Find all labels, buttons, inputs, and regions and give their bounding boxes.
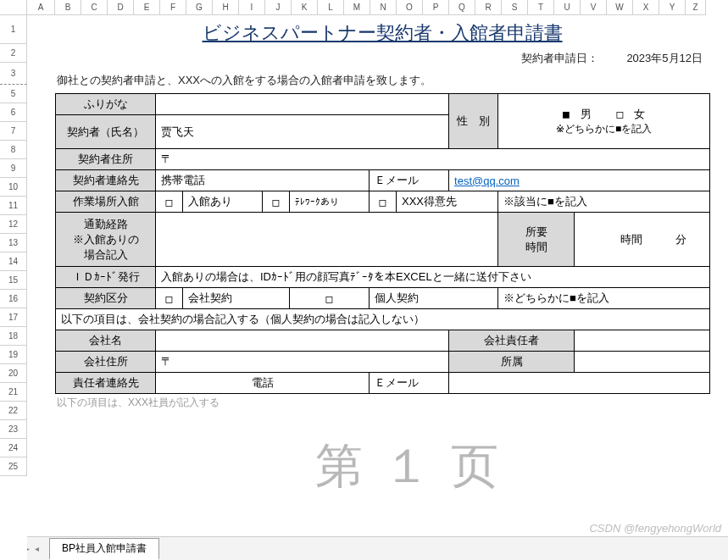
lbl-sekininsha-contact: 責任者連絡先 xyxy=(56,373,156,394)
row-5[interactable]: 5 xyxy=(0,85,27,103)
col-D[interactable]: D xyxy=(108,0,134,15)
row-11[interactable]: 11 xyxy=(0,197,27,215)
col-P[interactable]: P xyxy=(423,0,449,15)
val-tel[interactable]: 電話 xyxy=(156,373,370,394)
val-seibetsu[interactable]: ■ 男 □ 女 ※どちらかに■を記入 xyxy=(498,94,710,149)
cb-kaisha-icon[interactable]: □ xyxy=(156,288,183,309)
row-1[interactable]: 1 xyxy=(0,15,27,44)
row-9[interactable]: 9 xyxy=(0,159,27,178)
val-email[interactable]: test@qq.com xyxy=(449,170,710,191)
row-22[interactable]: 22 xyxy=(0,402,27,420)
row-16[interactable]: 16 xyxy=(0,290,27,308)
col-E[interactable]: E xyxy=(134,0,160,15)
val-shoyo[interactable]: 時間 分 xyxy=(575,213,710,267)
row-6[interactable]: 6 xyxy=(0,103,27,122)
lbl-kaisha: 会社契約 xyxy=(183,288,290,309)
page-watermark: 第１页 xyxy=(315,435,519,499)
worksite-note: ※該当に■を記入 xyxy=(498,191,710,213)
row-18[interactable]: 18 xyxy=(0,327,27,346)
row-2[interactable]: 2 xyxy=(0,44,27,63)
app-date-label: 契約者申請日： xyxy=(521,52,598,64)
sheet-tab[interactable]: BP社員入館申請書 xyxy=(49,538,159,560)
val-company-sekininsha[interactable] xyxy=(575,330,710,352)
row-23[interactable]: 23 xyxy=(0,420,27,439)
col-S[interactable]: S xyxy=(502,0,528,15)
nav-prev-icon[interactable]: ◂ xyxy=(35,544,39,553)
col-K[interactable]: K xyxy=(292,0,318,15)
lbl-company-sekininsha: 会社責任者 xyxy=(449,330,575,352)
col-X[interactable]: X xyxy=(633,0,659,15)
lbl-email: Ｅメール xyxy=(370,170,449,191)
email-link[interactable]: test@qq.com xyxy=(454,175,520,187)
row-14[interactable]: 14 xyxy=(0,252,27,271)
row-25[interactable]: 25 xyxy=(0,457,27,476)
bottom-cut-text: 以下の項目は、XXX社員が記入する xyxy=(55,394,709,410)
col-F[interactable]: F xyxy=(160,0,186,15)
lbl-email2: Ｅメール xyxy=(370,373,449,394)
lbl-kojin: 個人契約 xyxy=(370,288,498,309)
row-3[interactable]: 3 xyxy=(0,63,27,85)
tab-nav-arrows[interactable]: ▸ ◂ xyxy=(25,544,39,553)
row-21[interactable]: 21 xyxy=(0,383,27,402)
lbl-address: 契約者住所 xyxy=(56,149,156,170)
row-headers: 1235678910111213141516171819202122232425 xyxy=(0,15,27,560)
val-company-name[interactable] xyxy=(156,330,449,352)
intro-text: 御社との契約者申請と、XXXへの入館をする場合の入館者申請を致します。 xyxy=(55,69,709,93)
col-O[interactable]: O xyxy=(397,0,423,15)
sheet-tab-bar: ▸ ◂ BP社員入館申請書 xyxy=(0,536,728,560)
lbl-name: 契約者（氏名） xyxy=(56,115,156,149)
lbl-kubun: 契約区分 xyxy=(56,288,156,309)
col-Y[interactable]: Y xyxy=(659,0,686,15)
row-19[interactable]: 19 xyxy=(0,346,27,364)
col-I[interactable]: I xyxy=(239,0,265,15)
val-mobile[interactable]: 携帯電話 xyxy=(156,170,370,191)
seibetsu-note: ※どちらかに■を記入 xyxy=(556,123,652,135)
row-17[interactable]: 17 xyxy=(0,308,27,327)
spreadsheet-grid[interactable]: ビジネスパートナー契約者・入館者申請書 契約者申請日： 2023年5月12日 御… xyxy=(27,15,728,536)
cb-kojin-icon[interactable]: □ xyxy=(290,288,370,309)
col-G[interactable]: G xyxy=(186,0,213,15)
col-B[interactable]: B xyxy=(55,0,81,15)
row-20[interactable]: 20 xyxy=(0,364,27,383)
col-Q[interactable]: Q xyxy=(449,0,475,15)
col-R[interactable]: R xyxy=(475,0,502,15)
row-24[interactable]: 24 xyxy=(0,439,27,457)
col-A[interactable]: A xyxy=(27,0,55,15)
col-Z[interactable]: Z xyxy=(686,0,706,15)
col-J[interactable]: J xyxy=(265,0,292,15)
row-7[interactable]: 7 xyxy=(0,122,27,141)
row-15[interactable]: 15 xyxy=(0,271,27,290)
section-note: 以下の項目は、会社契約の場合記入する（個人契約の場合は記入しない） xyxy=(56,309,710,330)
select-all-corner[interactable] xyxy=(0,0,27,15)
lbl-nyukan: 入館あり xyxy=(183,191,263,213)
col-C[interactable]: C xyxy=(81,0,108,15)
val-address[interactable]: 〒 xyxy=(156,149,710,170)
col-W[interactable]: W xyxy=(607,0,633,15)
val-shozoku[interactable] xyxy=(575,352,710,373)
col-H[interactable]: H xyxy=(213,0,239,15)
col-T[interactable]: T xyxy=(528,0,554,15)
form-table: ふりがな 性 別 ■ 男 □ 女 ※どちらかに■を記入 契約者（氏名） 贾飞天 … xyxy=(55,93,710,394)
val-email2[interactable] xyxy=(449,373,710,394)
val-company-address[interactable]: 〒 xyxy=(156,352,449,373)
val-furigana[interactable] xyxy=(156,94,449,115)
col-V[interactable]: V xyxy=(581,0,607,15)
col-M[interactable]: M xyxy=(344,0,370,15)
val-commute[interactable] xyxy=(156,213,498,267)
checkbox-male-icon: ■ xyxy=(563,108,570,120)
col-U[interactable]: U xyxy=(554,0,581,15)
idcard-note: 入館ありの場合は、IDｶｰﾄﾞ用の顔写真ﾃﾞｰﾀを本EXCELと一緒に送付下さい xyxy=(156,267,710,288)
cb-nyukan-icon[interactable]: □ xyxy=(156,191,183,213)
row-12[interactable]: 12 xyxy=(0,215,27,234)
cb-telework-icon[interactable]: □ xyxy=(263,191,290,213)
row-8[interactable]: 8 xyxy=(0,141,27,159)
col-L[interactable]: L xyxy=(318,0,344,15)
row-13[interactable]: 13 xyxy=(0,234,27,252)
lbl-shoyo: 所要時間 xyxy=(498,213,575,267)
row-10[interactable]: 10 xyxy=(0,178,27,197)
col-N[interactable]: N xyxy=(370,0,397,15)
lbl-company-name: 会社名 xyxy=(56,330,156,352)
kubun-note: ※どちらかに■を記入 xyxy=(498,288,710,309)
val-name[interactable]: 贾飞天 xyxy=(156,115,449,149)
cb-xxx-icon[interactable]: □ xyxy=(370,191,397,213)
